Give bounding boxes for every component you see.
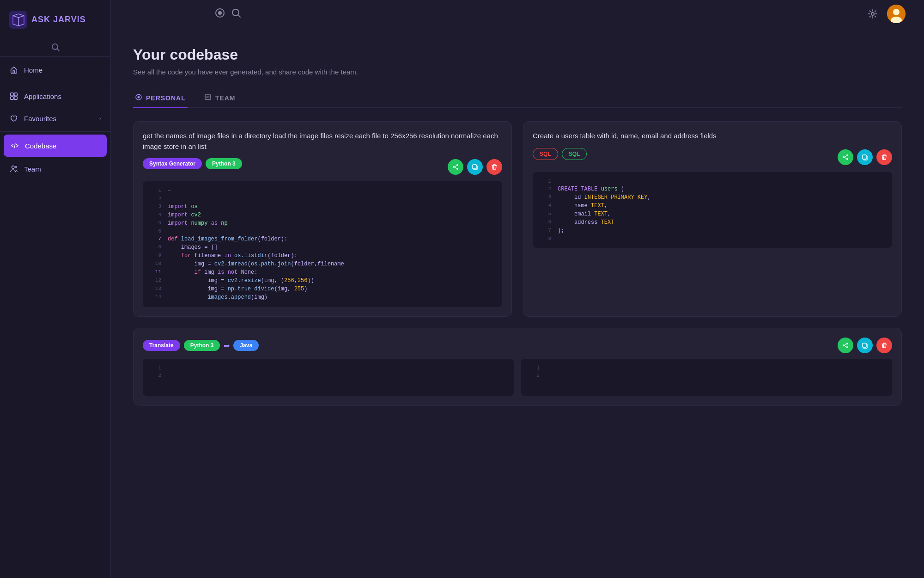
tag-python3: Python 3 — [206, 158, 242, 169]
svg-point-19 — [453, 166, 455, 168]
tag-syntax-generator: Syntax Generator — [143, 158, 202, 169]
svg-rect-22 — [473, 165, 476, 169]
sidebar-item-label-favourites: Favourites — [24, 115, 56, 123]
card1-code-block: 1– 2 3import os 4import cv2 5import nump… — [143, 181, 502, 307]
arrow-icon: ➡ — [224, 341, 230, 350]
top-bar — [111, 0, 924, 28]
logo-area: ASK JARVIS — [0, 0, 110, 38]
card2-copy-button[interactable] — [857, 149, 873, 165]
card2-share-button[interactable] — [838, 149, 853, 165]
tabs-container: PERSONAL TEAM — [133, 89, 902, 108]
users-icon — [9, 164, 18, 173]
card1-description: get the names of image files in a direct… — [143, 131, 502, 152]
code-icon — [10, 141, 19, 150]
translate-card-actions — [838, 338, 892, 353]
card2-actions — [838, 149, 892, 165]
svg-point-1 — [52, 44, 58, 49]
sidebar-item-applications[interactable]: Applications — [0, 85, 110, 107]
card2-header: SQL SQL — [533, 148, 892, 166]
translate-share-button[interactable] — [838, 338, 853, 353]
heart-icon — [9, 114, 18, 123]
svg-point-30 — [846, 346, 848, 348]
svg-point-16 — [138, 96, 140, 98]
sidebar-item-team[interactable]: Team — [0, 158, 110, 180]
tag-sql-1: SQL — [533, 148, 558, 160]
tab-personal-label: PERSONAL — [146, 94, 186, 102]
card2-description: Create a users table with id, name, emai… — [533, 131, 892, 141]
team-tab-icon — [204, 93, 212, 103]
tab-personal[interactable]: PERSONAL — [133, 89, 188, 108]
page-subtitle: See all the code you have ever generated… — [133, 68, 902, 76]
card-sql: Create a users table with id, name, emai… — [523, 121, 902, 317]
card1-actions — [448, 159, 502, 175]
topbar-search-icon[interactable] — [231, 8, 241, 18]
sidebar-item-label-applications: Applications — [24, 92, 61, 100]
sidebar-item-codebase[interactable]: Codebase — [4, 135, 107, 157]
card2-tags: SQL SQL — [533, 148, 587, 160]
card1-tags: Syntax Generator Python 3 — [143, 158, 242, 169]
sidebar-item-label-codebase: Codebase — [25, 142, 56, 150]
svg-point-29 — [843, 344, 845, 346]
sidebar-item-favourites[interactable]: Favourites › — [0, 107, 110, 129]
divider-1 — [0, 56, 110, 57]
svg-point-25 — [846, 158, 848, 160]
tab-team-label: TEAM — [215, 94, 236, 102]
svg-point-13 — [893, 9, 900, 15]
svg-point-23 — [846, 154, 848, 156]
card1-share-button[interactable] — [448, 159, 463, 175]
sidebar-item-home[interactable]: Home — [0, 59, 110, 81]
app-logo-icon — [9, 11, 27, 29]
sidebar-item-label-home: Home — [24, 66, 43, 74]
main-content: Your codebase See all the code you have … — [111, 0, 924, 578]
translate-tags: Translate Python 3 ➡ Java — [143, 340, 259, 351]
svg-point-18 — [456, 164, 458, 166]
svg-point-10 — [218, 11, 222, 15]
svg-point-7 — [15, 166, 17, 168]
svg-rect-2 — [11, 93, 13, 96]
svg-point-6 — [12, 166, 14, 168]
settings-icon[interactable] — [868, 9, 878, 19]
chevron-right-icon: › — [99, 115, 101, 122]
translate-card-header: Translate Python 3 ➡ Java — [143, 338, 892, 353]
svg-point-8 — [232, 9, 239, 16]
sidebar-item-label-team: Team — [24, 165, 41, 173]
tag-java: Java — [233, 340, 259, 351]
svg-rect-4 — [11, 97, 13, 99]
sidebar: ASK JARVIS Home Applications — [0, 0, 111, 578]
card-syntax-generator: get the names of image files in a direct… — [133, 121, 512, 317]
divider-3 — [0, 131, 110, 132]
divider-2 — [0, 83, 110, 83]
svg-rect-17 — [205, 95, 211, 99]
translate-code-left: 1 2 — [143, 359, 514, 396]
page-title: Your codebase — [133, 46, 902, 63]
svg-rect-3 — [14, 93, 17, 96]
user-avatar[interactable] — [887, 5, 906, 23]
translate-delete-button[interactable] — [876, 338, 892, 353]
sidebar-search-icon[interactable] — [51, 43, 60, 52]
translate-copy-button[interactable] — [857, 338, 873, 353]
svg-point-24 — [843, 156, 845, 158]
sidebar-search-area — [0, 38, 110, 55]
tag-python3-translate: Python 3 — [184, 340, 220, 351]
tag-sql-2: SQL — [562, 148, 587, 160]
card2-code-block: 1 2CREATE TABLE users ( 3 id INTEGER PRI… — [533, 172, 892, 248]
topbar-record-icon[interactable] — [215, 8, 225, 18]
svg-rect-32 — [863, 343, 866, 347]
app-name: ASK JARVIS — [31, 15, 86, 25]
cards-grid: get the names of image files in a direct… — [133, 121, 902, 317]
card1-copy-button[interactable] — [467, 159, 483, 175]
home-icon — [9, 65, 18, 74]
card2-delete-button[interactable] — [876, 149, 892, 165]
grid-icon — [9, 92, 18, 101]
svg-point-28 — [846, 343, 848, 344]
translate-code-right: 1 2 — [521, 359, 892, 396]
personal-tab-icon — [135, 93, 142, 103]
tab-team[interactable]: TEAM — [202, 89, 237, 108]
card1-delete-button[interactable] — [486, 159, 502, 175]
svg-point-20 — [456, 168, 458, 170]
card-translate: Translate Python 3 ➡ Java — [133, 328, 902, 406]
svg-rect-27 — [863, 155, 866, 159]
tag-translate: Translate — [143, 340, 180, 351]
card1-header: Syntax Generator Python 3 — [143, 158, 502, 176]
svg-rect-5 — [14, 97, 17, 99]
